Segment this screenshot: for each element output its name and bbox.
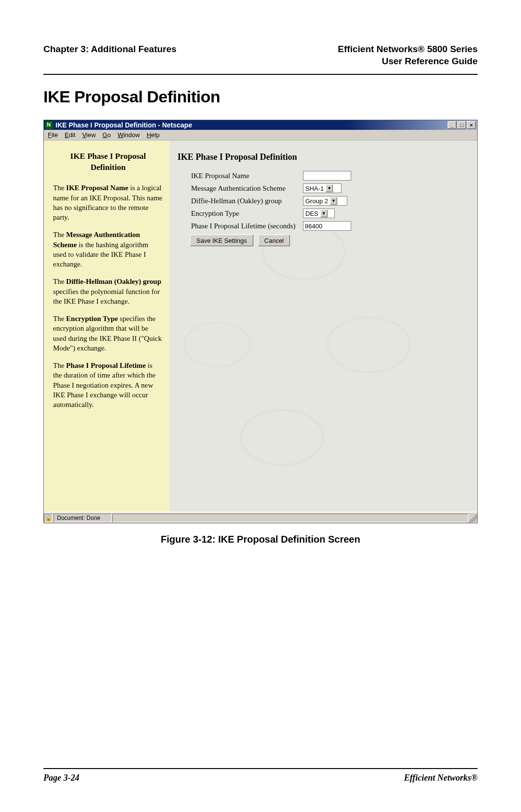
cancel-button[interactable]: Cancel: [258, 235, 290, 246]
input-lifetime[interactable]: [303, 221, 351, 231]
sidebar-para-2: The Message Authentication Scheme is the…: [53, 230, 163, 269]
menu-view[interactable]: View: [82, 131, 96, 139]
close-button[interactable]: ×: [467, 121, 476, 129]
menu-go[interactable]: Go: [102, 131, 110, 139]
sidebar-title: IKE Phase I Proposal Definition: [53, 151, 163, 173]
window-title: IKE Phase I Proposal Definition - Netsca…: [55, 121, 192, 129]
label-mas: Message Authentication Scheme: [178, 184, 303, 193]
form-panel: IKE Phase I Proposal Definition IKE Prop…: [170, 140, 477, 512]
menu-file[interactable]: File: [48, 131, 58, 139]
header-right: Efficient Networks® 5800 Series User Ref…: [338, 43, 478, 67]
menu-edit[interactable]: Edit: [65, 131, 75, 139]
select-enc-value: DES: [305, 210, 318, 217]
menu-window[interactable]: Window: [118, 131, 140, 139]
header-rule: [43, 74, 478, 75]
select-enc[interactable]: DES ▼: [303, 209, 335, 218]
figure-caption: Figure 3-12: IKE Proposal Definition Scr…: [43, 534, 478, 545]
sidebar-para-4: The Encryption Type specifies the encryp…: [53, 314, 163, 353]
save-button[interactable]: Save IKE Settings: [190, 235, 253, 246]
select-mas-value: SHA-1: [305, 185, 324, 192]
label-dh: Diffie-Hellman (Oakley) group: [178, 197, 303, 205]
sidebar-para-5: The Phase I Proposal Lifetime is the dur…: [53, 361, 163, 409]
titlebar: IKE Phase I Proposal Definition - Netsca…: [44, 120, 477, 130]
chevron-down-icon: ▼: [330, 197, 337, 205]
page-header: Chapter 3: Additional Features Efficient…: [43, 43, 478, 67]
sidebar-para-1: The IKE Proposal Name is a logical name …: [53, 183, 163, 222]
menubar: File Edit View Go Window Help: [44, 130, 477, 140]
chevron-down-icon: ▼: [326, 184, 333, 192]
header-right-line1: Efficient Networks® 5800 Series: [338, 43, 478, 56]
resize-grip-icon[interactable]: [468, 514, 477, 522]
netscape-icon: [45, 121, 53, 129]
chevron-down-icon: ▼: [320, 210, 328, 217]
menu-help[interactable]: Help: [147, 131, 160, 139]
status-fill: [112, 514, 468, 522]
footer-left: Page 3-24: [43, 773, 79, 783]
label-ike-name: IKE Proposal Name: [178, 172, 303, 180]
header-left: Chapter 3: Additional Features: [43, 43, 177, 67]
sidebar-para-3: The Diffie-Hellman (Oakley) group specif…: [53, 277, 163, 306]
security-icon: 🔒: [44, 514, 53, 522]
statusbar: 🔒 Document: Done: [44, 512, 477, 523]
section-title: IKE Proposal Definition: [43, 87, 478, 106]
header-right-line2: User Reference Guide: [338, 56, 478, 68]
label-lifetime: Phase I Proposal Lifetime (seconds): [178, 222, 303, 230]
status-text: Document: Done: [54, 514, 111, 522]
footer-right: Efficient Networks®: [404, 773, 478, 783]
select-dh[interactable]: Group 2 ▼: [303, 196, 347, 206]
maximize-button[interactable]: □: [457, 121, 466, 129]
select-dh-value: Group 2: [305, 197, 328, 205]
input-ike-name[interactable]: [303, 171, 351, 181]
select-mas[interactable]: SHA-1 ▼: [303, 183, 342, 193]
minimize-button[interactable]: _: [448, 121, 456, 129]
browser-window: IKE Phase I Proposal Definition - Netsca…: [43, 120, 478, 523]
label-enc: Encryption Type: [178, 210, 303, 218]
form-heading: IKE Phase I Proposal Definition: [178, 152, 468, 162]
help-sidebar: IKE Phase I Proposal Definition The IKE …: [44, 140, 170, 512]
page-footer: Page 3-24 Efficient Networks®: [43, 768, 478, 783]
